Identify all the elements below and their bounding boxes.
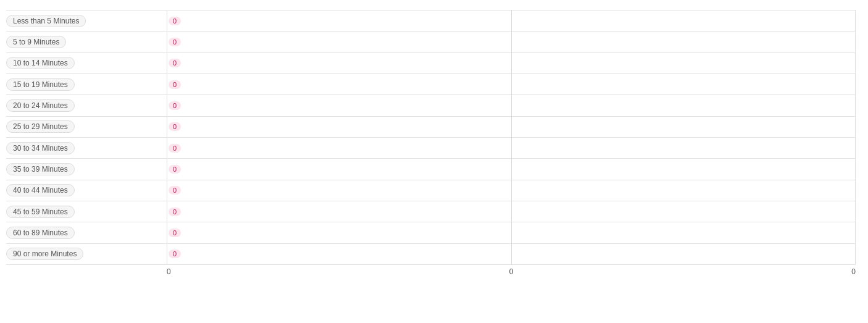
bar-number: 0	[169, 80, 181, 89]
bar-row: 15 to 19 Minutes0	[6, 74, 856, 95]
bar-number: 0	[169, 208, 181, 216]
bars-section: Less than 5 Minutes05 to 9 Minutes010 to…	[6, 10, 856, 265]
bar-label-wrapper: 30 to 34 Minutes	[6, 142, 167, 154]
bar-label: 15 to 19 Minutes	[6, 78, 75, 91]
bar-value-pill: 0	[167, 205, 181, 219]
chart-area: Less than 5 Minutes05 to 9 Minutes010 to…	[6, 10, 856, 283]
bar-row: 60 to 89 Minutes0	[6, 222, 856, 243]
bar-label-wrapper: 5 to 9 Minutes	[6, 36, 167, 48]
bar-value-pill: 0	[167, 183, 181, 197]
x-axis-labels: 000	[6, 265, 856, 276]
bar-label: Less than 5 Minutes	[6, 15, 86, 27]
bar-number: 0	[169, 17, 181, 25]
bar-number: 0	[169, 165, 181, 174]
chart-container: Less than 5 Minutes05 to 9 Minutes010 to…	[0, 0, 868, 323]
bar-row: 35 to 39 Minutes0	[6, 159, 856, 180]
bar-label: 25 to 29 Minutes	[6, 120, 75, 133]
bar-label-wrapper: 25 to 29 Minutes	[6, 120, 167, 133]
bar-value-pill: 0	[167, 56, 181, 70]
bar-row: 45 to 59 Minutes0	[6, 201, 856, 222]
bar-value-pill: 0	[167, 14, 181, 28]
x-axis-label: 0	[509, 267, 514, 276]
bar-number: 0	[169, 59, 181, 67]
bar-row: 10 to 14 Minutes0	[6, 53, 856, 74]
bar-row: 30 to 34 Minutes0	[6, 138, 856, 159]
bar-value-pill: 0	[167, 120, 181, 133]
bar-label: 90 or more Minutes	[6, 248, 83, 260]
bar-value-pill: 0	[167, 226, 181, 240]
bar-number: 0	[169, 186, 181, 195]
x-axis: 000	[6, 265, 856, 283]
bar-label: 5 to 9 Minutes	[6, 36, 66, 48]
bar-value-pill: 0	[167, 99, 181, 112]
bar-number: 0	[169, 38, 181, 46]
bar-value-pill: 0	[167, 78, 181, 91]
bar-number: 0	[169, 122, 181, 131]
bar-row: Less than 5 Minutes0	[6, 10, 856, 31]
bar-label: 60 to 89 Minutes	[6, 227, 75, 239]
bar-row: 90 or more Minutes0	[6, 244, 856, 265]
bar-number: 0	[169, 250, 181, 258]
bar-label: 35 to 39 Minutes	[6, 163, 75, 175]
bar-label-wrapper: Less than 5 Minutes	[6, 15, 167, 27]
bar-row: 20 to 24 Minutes0	[6, 95, 856, 116]
bar-label: 40 to 44 Minutes	[6, 184, 75, 196]
bar-label-wrapper: 20 to 24 Minutes	[6, 99, 167, 112]
bar-number: 0	[169, 101, 181, 110]
bar-label-wrapper: 15 to 19 Minutes	[6, 78, 167, 91]
x-axis-label: 0	[167, 267, 171, 276]
bar-value-pill: 0	[167, 141, 181, 155]
bar-label-wrapper: 45 to 59 Minutes	[6, 206, 167, 218]
bar-value-pill: 0	[167, 35, 181, 49]
bar-row: 25 to 29 Minutes0	[6, 117, 856, 138]
bar-row: 5 to 9 Minutes0	[6, 31, 856, 52]
bar-label-wrapper: 35 to 39 Minutes	[6, 163, 167, 175]
bar-label-wrapper: 10 to 14 Minutes	[6, 57, 167, 69]
bar-label: 10 to 14 Minutes	[6, 57, 75, 69]
x-axis-label: 0	[851, 267, 856, 276]
bar-value-pill: 0	[167, 162, 181, 176]
bar-value-pill: 0	[167, 247, 181, 261]
bar-label-wrapper: 40 to 44 Minutes	[6, 184, 167, 196]
bar-label-wrapper: 90 or more Minutes	[6, 248, 167, 260]
bar-label: 30 to 34 Minutes	[6, 142, 75, 154]
bar-label: 20 to 24 Minutes	[6, 99, 75, 112]
bar-number: 0	[169, 144, 181, 153]
bar-number: 0	[169, 229, 181, 237]
bar-label: 45 to 59 Minutes	[6, 206, 75, 218]
bar-label-wrapper: 60 to 89 Minutes	[6, 227, 167, 239]
bar-row: 40 to 44 Minutes0	[6, 180, 856, 201]
